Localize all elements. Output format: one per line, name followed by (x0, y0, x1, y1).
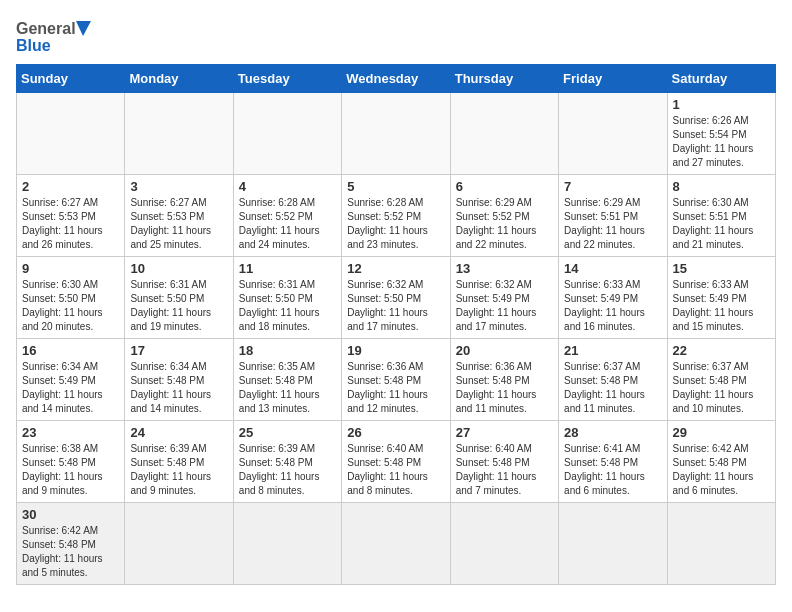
calendar-cell: 6Sunrise: 6:29 AM Sunset: 5:52 PM Daylig… (450, 175, 558, 257)
day-info: Sunrise: 6:40 AM Sunset: 5:48 PM Dayligh… (347, 442, 444, 498)
day-number: 30 (22, 507, 119, 522)
calendar-cell: 27Sunrise: 6:40 AM Sunset: 5:48 PM Dayli… (450, 421, 558, 503)
day-info: Sunrise: 6:39 AM Sunset: 5:48 PM Dayligh… (239, 442, 336, 498)
day-number: 14 (564, 261, 661, 276)
calendar-cell: 5Sunrise: 6:28 AM Sunset: 5:52 PM Daylig… (342, 175, 450, 257)
day-info: Sunrise: 6:31 AM Sunset: 5:50 PM Dayligh… (130, 278, 227, 334)
day-number: 4 (239, 179, 336, 194)
day-number: 23 (22, 425, 119, 440)
calendar-cell (17, 93, 125, 175)
day-info: Sunrise: 6:27 AM Sunset: 5:53 PM Dayligh… (22, 196, 119, 252)
day-info: Sunrise: 6:30 AM Sunset: 5:51 PM Dayligh… (673, 196, 770, 252)
day-number: 19 (347, 343, 444, 358)
day-number: 24 (130, 425, 227, 440)
day-info: Sunrise: 6:34 AM Sunset: 5:49 PM Dayligh… (22, 360, 119, 416)
calendar-cell: 30Sunrise: 6:42 AM Sunset: 5:48 PM Dayli… (17, 503, 125, 585)
day-number: 27 (456, 425, 553, 440)
calendar-cell: 24Sunrise: 6:39 AM Sunset: 5:48 PM Dayli… (125, 421, 233, 503)
day-number: 13 (456, 261, 553, 276)
calendar-table: SundayMondayTuesdayWednesdayThursdayFrid… (16, 64, 776, 585)
day-info: Sunrise: 6:39 AM Sunset: 5:48 PM Dayligh… (130, 442, 227, 498)
calendar-cell (559, 93, 667, 175)
day-number: 10 (130, 261, 227, 276)
weekday-header: Saturday (667, 65, 775, 93)
day-info: Sunrise: 6:41 AM Sunset: 5:48 PM Dayligh… (564, 442, 661, 498)
calendar-row: 1Sunrise: 6:26 AM Sunset: 5:54 PM Daylig… (17, 93, 776, 175)
day-info: Sunrise: 6:29 AM Sunset: 5:51 PM Dayligh… (564, 196, 661, 252)
day-number: 9 (22, 261, 119, 276)
calendar-cell: 19Sunrise: 6:36 AM Sunset: 5:48 PM Dayli… (342, 339, 450, 421)
day-info: Sunrise: 6:38 AM Sunset: 5:48 PM Dayligh… (22, 442, 119, 498)
calendar-header-row: SundayMondayTuesdayWednesdayThursdayFrid… (17, 65, 776, 93)
day-info: Sunrise: 6:36 AM Sunset: 5:48 PM Dayligh… (347, 360, 444, 416)
calendar-cell (125, 93, 233, 175)
calendar-row: 23Sunrise: 6:38 AM Sunset: 5:48 PM Dayli… (17, 421, 776, 503)
day-number: 12 (347, 261, 444, 276)
calendar-cell: 18Sunrise: 6:35 AM Sunset: 5:48 PM Dayli… (233, 339, 341, 421)
day-info: Sunrise: 6:42 AM Sunset: 5:48 PM Dayligh… (22, 524, 119, 580)
day-number: 22 (673, 343, 770, 358)
svg-text:Blue: Blue (16, 37, 51, 54)
day-info: Sunrise: 6:36 AM Sunset: 5:48 PM Dayligh… (456, 360, 553, 416)
calendar-cell: 3Sunrise: 6:27 AM Sunset: 5:53 PM Daylig… (125, 175, 233, 257)
calendar-cell: 26Sunrise: 6:40 AM Sunset: 5:48 PM Dayli… (342, 421, 450, 503)
calendar-cell: 14Sunrise: 6:33 AM Sunset: 5:49 PM Dayli… (559, 257, 667, 339)
day-number: 18 (239, 343, 336, 358)
calendar-cell: 22Sunrise: 6:37 AM Sunset: 5:48 PM Dayli… (667, 339, 775, 421)
calendar-cell: 2Sunrise: 6:27 AM Sunset: 5:53 PM Daylig… (17, 175, 125, 257)
day-info: Sunrise: 6:29 AM Sunset: 5:52 PM Dayligh… (456, 196, 553, 252)
calendar-cell (450, 503, 558, 585)
day-info: Sunrise: 6:33 AM Sunset: 5:49 PM Dayligh… (564, 278, 661, 334)
day-info: Sunrise: 6:37 AM Sunset: 5:48 PM Dayligh… (673, 360, 770, 416)
calendar-row: 2Sunrise: 6:27 AM Sunset: 5:53 PM Daylig… (17, 175, 776, 257)
svg-text:General: General (16, 20, 76, 37)
calendar-cell (125, 503, 233, 585)
day-number: 28 (564, 425, 661, 440)
calendar-cell: 13Sunrise: 6:32 AM Sunset: 5:49 PM Dayli… (450, 257, 558, 339)
day-info: Sunrise: 6:35 AM Sunset: 5:48 PM Dayligh… (239, 360, 336, 416)
day-number: 6 (456, 179, 553, 194)
calendar-cell (233, 503, 341, 585)
day-number: 26 (347, 425, 444, 440)
day-number: 21 (564, 343, 661, 358)
calendar-cell: 4Sunrise: 6:28 AM Sunset: 5:52 PM Daylig… (233, 175, 341, 257)
calendar-row: 16Sunrise: 6:34 AM Sunset: 5:49 PM Dayli… (17, 339, 776, 421)
day-info: Sunrise: 6:28 AM Sunset: 5:52 PM Dayligh… (347, 196, 444, 252)
calendar-row: 9Sunrise: 6:30 AM Sunset: 5:50 PM Daylig… (17, 257, 776, 339)
day-info: Sunrise: 6:34 AM Sunset: 5:48 PM Dayligh… (130, 360, 227, 416)
day-info: Sunrise: 6:37 AM Sunset: 5:48 PM Dayligh… (564, 360, 661, 416)
logo-icon: GeneralBlue (16, 16, 96, 56)
day-number: 7 (564, 179, 661, 194)
day-info: Sunrise: 6:27 AM Sunset: 5:53 PM Dayligh… (130, 196, 227, 252)
weekday-header: Thursday (450, 65, 558, 93)
calendar-cell (667, 503, 775, 585)
page-header: GeneralBlue (16, 16, 776, 56)
calendar-cell: 12Sunrise: 6:32 AM Sunset: 5:50 PM Dayli… (342, 257, 450, 339)
calendar-cell: 17Sunrise: 6:34 AM Sunset: 5:48 PM Dayli… (125, 339, 233, 421)
calendar-cell (559, 503, 667, 585)
day-info: Sunrise: 6:33 AM Sunset: 5:49 PM Dayligh… (673, 278, 770, 334)
calendar-row: 30Sunrise: 6:42 AM Sunset: 5:48 PM Dayli… (17, 503, 776, 585)
calendar-cell: 25Sunrise: 6:39 AM Sunset: 5:48 PM Dayli… (233, 421, 341, 503)
calendar-cell: 29Sunrise: 6:42 AM Sunset: 5:48 PM Dayli… (667, 421, 775, 503)
calendar-cell (233, 93, 341, 175)
day-info: Sunrise: 6:28 AM Sunset: 5:52 PM Dayligh… (239, 196, 336, 252)
day-number: 29 (673, 425, 770, 440)
weekday-header: Wednesday (342, 65, 450, 93)
calendar-cell: 11Sunrise: 6:31 AM Sunset: 5:50 PM Dayli… (233, 257, 341, 339)
calendar-cell: 20Sunrise: 6:36 AM Sunset: 5:48 PM Dayli… (450, 339, 558, 421)
weekday-header: Monday (125, 65, 233, 93)
day-number: 25 (239, 425, 336, 440)
calendar-cell (342, 503, 450, 585)
calendar-cell: 8Sunrise: 6:30 AM Sunset: 5:51 PM Daylig… (667, 175, 775, 257)
day-number: 16 (22, 343, 119, 358)
calendar-cell: 10Sunrise: 6:31 AM Sunset: 5:50 PM Dayli… (125, 257, 233, 339)
weekday-header: Tuesday (233, 65, 341, 93)
day-info: Sunrise: 6:42 AM Sunset: 5:48 PM Dayligh… (673, 442, 770, 498)
calendar-cell: 9Sunrise: 6:30 AM Sunset: 5:50 PM Daylig… (17, 257, 125, 339)
calendar-cell: 7Sunrise: 6:29 AM Sunset: 5:51 PM Daylig… (559, 175, 667, 257)
day-number: 2 (22, 179, 119, 194)
weekday-header: Sunday (17, 65, 125, 93)
day-number: 20 (456, 343, 553, 358)
day-number: 17 (130, 343, 227, 358)
